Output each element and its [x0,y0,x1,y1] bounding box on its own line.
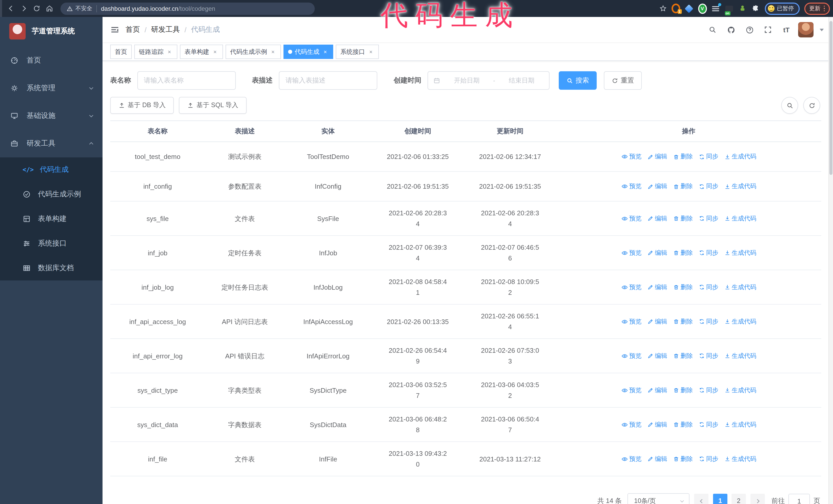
extensions-puzzle-icon[interactable] [751,4,760,13]
delete-link[interactable]: 删除 [673,454,693,464]
delete-link[interactable]: 删除 [673,181,693,192]
header-search-icon[interactable] [706,23,719,37]
delete-link[interactable]: 删除 [673,247,693,258]
import-db-button[interactable]: 基于 DB 导入 [110,97,174,114]
table-name-input[interactable]: 请输入表名称 [137,71,236,90]
delete-link[interactable]: 删除 [673,351,693,361]
reset-button[interactable]: 重置 [604,71,642,90]
delete-link[interactable]: 删除 [673,282,693,292]
preview-link[interactable]: 预览 [621,316,642,327]
app-logo[interactable]: 芋道管理系统 [0,17,102,46]
generate-code-link[interactable]: 生成代码 [724,419,756,430]
goto-page-input[interactable]: 1 [788,494,810,504]
sidebar-subitem-3[interactable]: 系统接口 [0,231,102,256]
edit-link[interactable]: 编辑 [647,282,667,292]
browser-back-icon[interactable] [7,5,15,12]
tag-4[interactable]: 代码生成× [284,45,333,59]
close-icon[interactable]: × [270,48,276,55]
generate-code-link[interactable]: 生成代码 [724,282,756,292]
delete-link[interactable]: 删除 [673,419,693,430]
sync-link[interactable]: 同步 [698,419,718,430]
help-icon[interactable] [743,23,756,37]
sidebar-subitem-1[interactable]: 代码生成示例 [0,182,102,207]
sidebar-item-0[interactable]: 首页 [0,47,102,74]
generate-code-link[interactable]: 生成代码 [724,454,756,464]
close-icon[interactable]: × [322,48,329,55]
page-button-2[interactable]: 2 [732,494,746,504]
date-range-picker[interactable]: 开始日期 - 结束日期 [428,71,549,90]
close-icon[interactable]: × [166,48,173,55]
edit-link[interactable]: 编辑 [647,454,667,464]
sync-link[interactable]: 同步 [698,385,718,395]
extension-robot-icon[interactable] [738,4,747,13]
generate-code-link[interactable]: 生成代码 [724,151,756,162]
sidebar-subitem-2[interactable]: 表单构建 [0,207,102,231]
delete-link[interactable]: 删除 [673,385,693,395]
table-desc-input[interactable]: 请输入表描述 [279,71,377,90]
browser-update-button[interactable]: 更新 [804,2,830,15]
tag-2[interactable]: 表单构建× [180,45,223,59]
preview-link[interactable]: 预览 [621,282,642,292]
page-scrollbar[interactable] [828,17,833,504]
extension-orange-icon[interactable]: 1 [671,4,680,13]
close-icon[interactable]: × [367,48,374,55]
tag-5[interactable]: 系统接口× [336,45,379,59]
preview-link[interactable]: 预览 [621,419,642,430]
sidebar-subitem-4[interactable]: 数据库文档 [0,256,102,281]
preview-link[interactable]: 预览 [621,213,642,224]
edit-link[interactable]: 编辑 [647,385,667,395]
extension-sliders-icon[interactable] [711,4,720,13]
generate-code-link[interactable]: 生成代码 [724,247,756,258]
extension-dark-icon[interactable]: on [724,4,733,13]
tag-0[interactable]: 首页 [110,45,132,59]
prev-page-button[interactable] [694,494,709,504]
security-warning[interactable]: 不安全 [67,5,92,12]
edit-link[interactable]: 编辑 [647,419,667,430]
user-avatar[interactable] [798,22,813,38]
profile-paused-badge[interactable]: 已暂停 [765,2,800,15]
delete-link[interactable]: 删除 [673,316,693,327]
github-icon[interactable] [724,23,738,37]
preview-link[interactable]: 预览 [621,454,642,464]
fullscreen-icon[interactable] [761,23,775,37]
preview-link[interactable]: 预览 [621,151,642,162]
breadcrumb-home[interactable]: 首页 [125,25,140,34]
next-page-button[interactable] [751,494,765,504]
import-sql-button[interactable]: 基于 SQL 导入 [179,97,246,114]
preview-link[interactable]: 预览 [621,181,642,192]
edit-link[interactable]: 编辑 [647,181,667,192]
avatar-caret-icon[interactable] [820,28,824,31]
extension-gem-icon[interactable] [685,4,693,13]
sidebar-item-2[interactable]: 基础设施 [0,102,102,130]
page-button-1[interactable]: 1 [713,494,728,504]
sidebar-subitem-0[interactable]: </>代码生成 [0,158,102,182]
generate-code-link[interactable]: 生成代码 [724,385,756,395]
delete-link[interactable]: 删除 [673,151,693,162]
edit-link[interactable]: 编辑 [647,151,667,162]
toggle-search-button[interactable] [781,97,798,114]
refresh-table-button[interactable] [803,97,820,114]
generate-code-link[interactable]: 生成代码 [724,181,756,192]
address-bar[interactable]: 不安全 dashboard.yudao.iocoder.cn/tool/code… [61,2,315,15]
generate-code-link[interactable]: 生成代码 [724,213,756,224]
page-size-select[interactable]: 10条/页 [627,493,689,504]
preview-link[interactable]: 预览 [621,351,642,361]
edit-link[interactable]: 编辑 [647,213,667,224]
breadcrumb-dev-tools[interactable]: 研发工具 [151,25,180,34]
edit-link[interactable]: 编辑 [647,351,667,361]
browser-reload-icon[interactable] [33,5,41,12]
sync-link[interactable]: 同步 [698,351,718,361]
sync-link[interactable]: 同步 [698,151,718,162]
sync-link[interactable]: 同步 [698,282,718,292]
scrollbar-thumb[interactable] [829,21,832,175]
preview-link[interactable]: 预览 [621,247,642,258]
browser-menu-icon[interactable] [824,6,825,11]
edit-link[interactable]: 编辑 [647,316,667,327]
sync-link[interactable]: 同步 [698,213,718,224]
sidebar-item-3[interactable]: 研发工具 [0,130,102,158]
extension-check-icon[interactable]: V [698,4,707,13]
bookmark-star-icon[interactable] [659,5,667,12]
sync-link[interactable]: 同步 [698,247,718,258]
close-icon[interactable]: × [212,48,218,55]
font-size-icon[interactable]: tT [780,23,793,37]
